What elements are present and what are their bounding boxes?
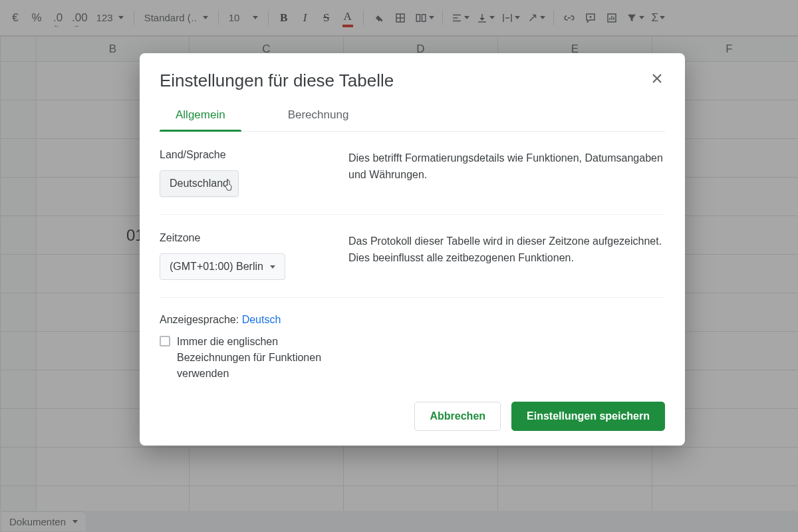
display-language-row: Anzeigesprache: Deutsch: [160, 298, 665, 326]
dialog-actions: Abbrechen Einstellungen speichern: [160, 402, 665, 431]
timezone-value: (GMT+01:00) Berlin: [170, 261, 263, 273]
english-functions-checkbox-row[interactable]: Immer die englischen Bezeichnungen für F…: [160, 334, 352, 382]
locale-section: Land/Sprache Deutschland Dies betrifft F…: [160, 132, 665, 215]
locale-description: Dies betrifft Formatierungsdetails wie F…: [348, 149, 665, 197]
tab-calculation[interactable]: Berechnung: [272, 108, 365, 131]
dialog-tabs: Allgemein Berechnung: [160, 108, 665, 132]
timezone-description: Das Protokoll dieser Tabelle wird in die…: [348, 232, 665, 280]
timezone-section: Zeitzone (GMT+01:00) Berlin Das Protokol…: [160, 215, 665, 298]
cancel-button[interactable]: Abbrechen: [414, 402, 501, 431]
close-button[interactable]: [649, 70, 665, 86]
tab-general[interactable]: Allgemein: [160, 108, 241, 131]
save-settings-button[interactable]: Einstellungen speichern: [511, 402, 665, 431]
timezone-select[interactable]: (GMT+01:00) Berlin: [160, 253, 285, 280]
locale-label: Land/Sprache: [160, 149, 326, 161]
chevron-down-icon: [270, 265, 275, 269]
checkbox-label: Immer die englischen Bezeichnungen für F…: [177, 334, 352, 382]
timezone-label: Zeitzone: [160, 232, 326, 244]
locale-select[interactable]: Deutschland: [160, 170, 239, 197]
display-language-label: Anzeigesprache:: [160, 314, 239, 325]
locale-value: Deutschland: [170, 178, 229, 190]
display-language-link[interactable]: Deutsch: [242, 314, 281, 325]
checkbox[interactable]: [160, 336, 170, 346]
dialog-title: Einstellungen für diese Tabelle: [160, 70, 394, 91]
close-icon: [652, 73, 662, 84]
spreadsheet-settings-dialog: Einstellungen für diese Tabelle Allgemei…: [140, 53, 685, 446]
